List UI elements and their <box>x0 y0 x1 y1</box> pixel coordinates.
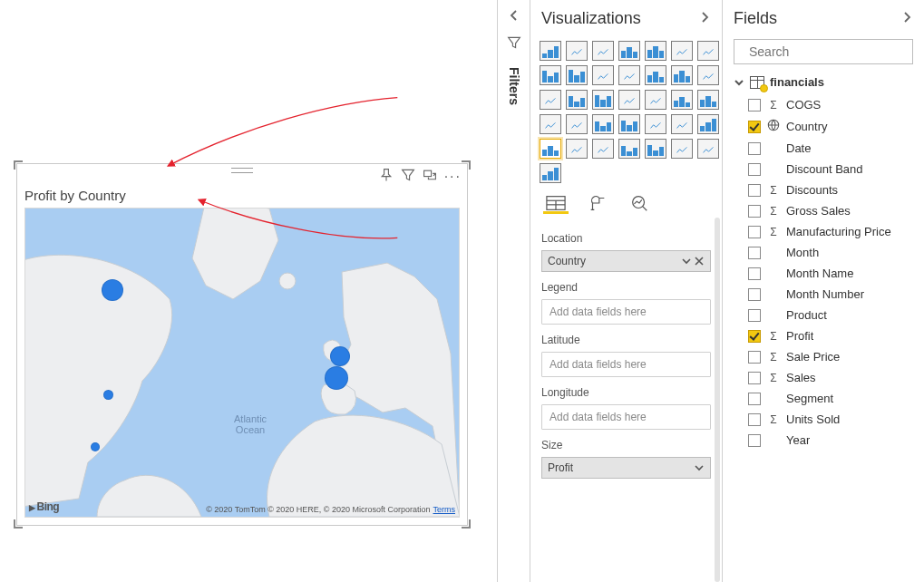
viz-type-tile[interactable] <box>645 41 666 61</box>
map-bubble[interactable] <box>103 390 113 400</box>
viz-type-tile[interactable] <box>697 114 719 134</box>
viz-type-tile[interactable] <box>540 163 561 183</box>
viz-type-tile[interactable] <box>697 90 719 110</box>
field-item[interactable]: ΣGross Sales <box>748 200 913 221</box>
field-checkbox[interactable] <box>748 205 761 218</box>
collapse-fields-button[interactable] <box>900 9 913 28</box>
chevron-down-icon[interactable] <box>681 256 692 267</box>
well-location[interactable]: Country <box>541 250 711 272</box>
field-item[interactable]: Product <box>748 305 913 325</box>
field-checkbox[interactable] <box>748 99 761 112</box>
tab-format[interactable] <box>585 194 610 214</box>
field-checkbox[interactable] <box>748 226 761 238</box>
viz-type-tile[interactable] <box>592 65 614 85</box>
viz-type-tile[interactable] <box>566 90 588 110</box>
drag-handle[interactable] <box>231 168 253 173</box>
scrollbar[interactable] <box>715 218 720 582</box>
field-checkbox[interactable] <box>748 309 761 322</box>
viz-type-tile[interactable] <box>671 139 693 159</box>
viz-type-tile[interactable] <box>618 41 640 61</box>
resize-handle[interactable] <box>14 519 17 529</box>
viz-type-tile[interactable] <box>645 90 666 110</box>
field-checkbox[interactable] <box>748 267 761 280</box>
field-item[interactable]: Discount Band <box>748 159 913 179</box>
well-legend[interactable]: Add data fields here <box>541 299 711 325</box>
field-item[interactable]: Month <box>748 242 913 263</box>
map-bubble[interactable] <box>325 366 348 390</box>
field-checkbox[interactable] <box>748 330 761 343</box>
viz-type-tile[interactable] <box>671 114 693 134</box>
field-checkbox[interactable] <box>748 288 761 301</box>
field-checkbox[interactable] <box>748 413 761 426</box>
well-latitude[interactable]: Add data fields here <box>541 352 711 377</box>
well-longitude[interactable]: Add data fields here <box>541 404 711 430</box>
viz-type-tile[interactable] <box>566 114 588 134</box>
resize-handle[interactable] <box>467 519 471 529</box>
viz-type-tile[interactable] <box>592 90 614 110</box>
chevron-down-icon[interactable] <box>694 462 705 473</box>
expand-filters-button[interactable] <box>508 9 520 24</box>
field-item[interactable]: ΣDiscounts <box>748 179 913 200</box>
more-options-icon[interactable]: ··· <box>444 171 462 182</box>
field-item[interactable]: Date <box>748 138 913 159</box>
viz-type-tile[interactable] <box>566 139 588 159</box>
viz-type-tile[interactable] <box>618 65 640 85</box>
viz-type-tile[interactable] <box>540 139 561 159</box>
field-item[interactable]: Segment <box>748 388 913 409</box>
map-bubble[interactable] <box>91 442 100 451</box>
table-financials[interactable]: financials <box>723 73 924 94</box>
viz-type-tile[interactable] <box>618 90 640 110</box>
field-checkbox[interactable] <box>748 434 761 447</box>
field-item[interactable]: ΣSale Price <box>748 346 913 367</box>
pin-icon[interactable] <box>379 168 394 185</box>
search-input[interactable] <box>734 39 913 64</box>
viz-type-tile[interactable] <box>592 139 614 159</box>
tab-analytics[interactable] <box>627 194 652 214</box>
field-item[interactable]: ΣProfit <box>748 325 913 346</box>
map-bubble[interactable] <box>102 279 123 301</box>
viz-type-tile[interactable] <box>566 65 588 85</box>
field-checkbox[interactable] <box>748 351 761 364</box>
field-item[interactable]: Month Name <box>748 263 913 284</box>
viz-type-tile[interactable] <box>618 114 640 134</box>
remove-icon[interactable] <box>694 256 705 267</box>
viz-type-tile[interactable] <box>540 65 561 85</box>
map-visual[interactable]: ··· Profit by Country <box>16 163 468 526</box>
field-item[interactable]: Year <box>748 430 913 451</box>
viz-type-tile[interactable] <box>697 139 719 159</box>
map-bubble[interactable] <box>330 346 350 366</box>
viz-type-tile[interactable] <box>671 90 693 110</box>
field-item[interactable]: ΣManufacturing Price <box>748 221 913 242</box>
filter-icon[interactable] <box>401 168 415 185</box>
resize-handle[interactable] <box>467 160 471 170</box>
viz-type-tile[interactable] <box>645 65 666 85</box>
field-checkbox[interactable] <box>748 163 761 176</box>
viz-type-tile[interactable] <box>540 41 561 61</box>
viz-type-tile[interactable] <box>671 65 693 85</box>
viz-type-tile[interactable] <box>592 41 614 61</box>
field-checkbox[interactable] <box>748 142 761 155</box>
focus-mode-icon[interactable] <box>423 168 437 185</box>
report-canvas[interactable]: ··· Profit by Country <box>0 0 498 582</box>
viz-type-tile[interactable] <box>618 139 640 159</box>
resize-handle[interactable] <box>14 160 17 170</box>
viz-type-tile[interactable] <box>697 65 719 85</box>
viz-type-tile[interactable] <box>540 90 561 110</box>
map-chart[interactable]: Atlantic Ocean Bing © 2020 TomTom © 2020… <box>24 208 460 518</box>
field-item[interactable]: ΣSales <box>748 367 913 388</box>
field-item[interactable]: ΣCOGS <box>748 94 913 115</box>
field-item[interactable]: Month Number <box>748 284 913 305</box>
viz-type-tile[interactable] <box>566 41 588 61</box>
field-checkbox[interactable] <box>748 372 761 384</box>
field-checkbox[interactable] <box>748 121 761 133</box>
viz-type-tile[interactable] <box>540 114 561 134</box>
field-checkbox[interactable] <box>748 184 761 197</box>
viz-type-tile[interactable] <box>645 114 666 134</box>
field-checkbox[interactable] <box>748 247 761 259</box>
viz-type-tile[interactable] <box>592 114 614 134</box>
field-item[interactable]: Country <box>748 115 913 138</box>
collapse-viz-button[interactable] <box>698 9 711 28</box>
viz-type-tile[interactable] <box>645 139 666 159</box>
well-size[interactable]: Profit <box>541 457 711 479</box>
field-item[interactable]: ΣUnits Sold <box>748 409 913 430</box>
